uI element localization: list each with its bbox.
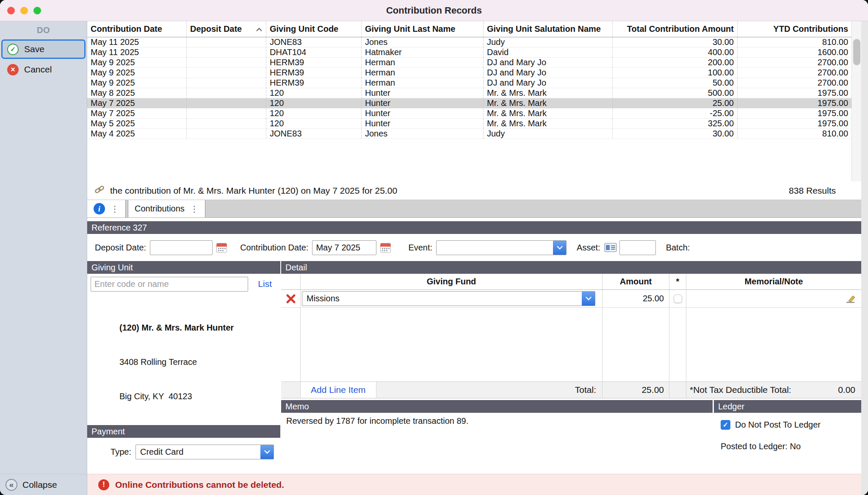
do-sidebar: DO ✓ Save × Cancel « Collapse xyxy=(0,21,87,495)
cell-contribution-date: May 9 2025 xyxy=(87,58,187,67)
add-line-item-link[interactable]: Add Line Item xyxy=(311,385,366,395)
ntd-total-label: *Not Tax Deductible Total: xyxy=(690,385,791,395)
calendar-icon xyxy=(380,242,391,253)
detail-line-items: Missions 25.00 xyxy=(281,290,861,308)
reference-header: Reference 327 xyxy=(87,221,861,234)
column-header-salutation[interactable]: Giving Unit Salutation Name xyxy=(484,21,613,37)
do-not-post-label: Do Not Post To Ledger xyxy=(735,420,821,430)
giving-unit-name: (120) Mr. & Mrs. Mark Hunter xyxy=(119,322,280,334)
cell-salutation: Mr. & Mrs. Mark xyxy=(484,119,613,128)
chevron-down-icon xyxy=(264,450,270,454)
minimize-button[interactable] xyxy=(20,7,28,14)
cell-last-name: Hunter xyxy=(362,119,484,128)
batch-label: Batch: xyxy=(666,243,690,253)
column-header-contribution-date[interactable]: Contribution Date xyxy=(87,21,187,37)
memorial-note-field[interactable] xyxy=(686,290,861,307)
asset-label: Asset: xyxy=(577,243,600,253)
contribution-date-calendar-button[interactable] xyxy=(379,242,391,253)
cell-contribution-date: May 11 2025 xyxy=(87,37,187,47)
detail-total-label: Total: xyxy=(575,385,602,395)
column-header-giving-unit-code[interactable]: Giving Unit Code xyxy=(266,21,362,37)
zoom-button[interactable] xyxy=(33,7,41,14)
memo-field[interactable]: Reversed by 1787 for incomplete transact… xyxy=(281,413,713,474)
cell-total-amount: 25.00 xyxy=(613,98,738,108)
tab-contributions[interactable]: Contributions ⋮ xyxy=(128,200,205,217)
giving-fund-dropdown-button[interactable] xyxy=(582,292,595,306)
column-header-total-amount[interactable]: Total Contribution Amount xyxy=(613,21,738,37)
memorial-note-icon[interactable] xyxy=(845,294,857,303)
cell-last-name: Hunter xyxy=(362,98,484,108)
cell-contribution-date: May 7 2025 xyxy=(87,98,187,108)
giving-unit-address-line2: Big City, KY 40123 xyxy=(119,391,280,402)
table-row[interactable]: May 9 2025 HERM39 Herman DJ and Mary Jo … xyxy=(87,68,851,78)
kebab-icon: ⋮ xyxy=(190,204,199,214)
collapse-icon: « xyxy=(6,479,17,491)
save-button[interactable]: ✓ Save xyxy=(1,39,86,59)
cell-ytd: 1975.00 xyxy=(738,98,851,108)
deposit-date-input[interactable] xyxy=(150,240,213,255)
giving-unit-search-input[interactable] xyxy=(91,277,248,292)
giving-fund-select[interactable]: Missions xyxy=(302,291,595,306)
delete-line-item-button[interactable] xyxy=(286,294,296,304)
collapse-button[interactable]: « Collapse xyxy=(0,474,87,495)
column-header-last-name[interactable]: Giving Unit Last Name xyxy=(362,21,484,37)
cell-deposit-date xyxy=(187,98,266,108)
table-row[interactable]: May 7 2025 120 Hunter Mr. & Mrs. Mark 25… xyxy=(87,98,851,108)
table-row[interactable]: May 7 2025 120 Hunter Mr. & Mrs. Mark -2… xyxy=(87,108,851,119)
not-tax-deductible-checkbox[interactable] xyxy=(674,295,682,303)
event-select[interactable] xyxy=(436,240,567,255)
cell-salutation: Mr. & Mrs. Mark xyxy=(484,88,613,98)
cell-ytd: 1975.00 xyxy=(738,119,851,128)
table-scrollbar[interactable] xyxy=(851,21,861,181)
cell-deposit-date xyxy=(187,37,266,47)
cell-total-amount: 100.00 xyxy=(613,68,738,78)
cell-last-name: Hatmaker xyxy=(362,47,484,57)
status-text: the contribution of Mr. & Mrs. Mark Hunt… xyxy=(110,186,397,196)
alert-text: Online Contributions cannot be deleted. xyxy=(115,480,284,490)
column-header-deposit-date[interactable]: Deposit Date xyxy=(187,21,266,37)
event-dropdown-button[interactable] xyxy=(553,241,566,255)
collapse-label: Collapse xyxy=(22,480,57,490)
calendar-icon xyxy=(216,242,227,253)
detail-column-delete xyxy=(281,274,301,289)
cell-contribution-date: May 11 2025 xyxy=(87,47,187,57)
info-button[interactable]: i ⋮ xyxy=(87,200,126,217)
payment-type-dropdown-button[interactable] xyxy=(260,445,274,459)
table-row[interactable]: May 9 2025 HERM39 Herman DJ and Mary Jo … xyxy=(87,78,851,88)
table-row[interactable]: May 11 2025 DHAT104 Hatmaker David 400.0… xyxy=(87,47,851,58)
cell-last-name: Herman xyxy=(362,58,484,67)
line-item-amount-field[interactable]: 25.00 xyxy=(603,290,669,307)
close-button[interactable] xyxy=(7,7,15,14)
cell-salutation: DJ and Mary Jo xyxy=(484,68,613,78)
traffic-lights xyxy=(7,7,41,14)
table-row[interactable]: May 4 2025 JONE83 Jones Judy 30.00 810.0… xyxy=(87,129,851,139)
table-scrollbar-thumb[interactable] xyxy=(853,39,860,65)
alert-bar: ! Online Contributions cannot be deleted… xyxy=(87,474,861,495)
table-row[interactable]: May 9 2025 HERM39 Herman DJ and Mary Jo … xyxy=(87,58,851,68)
table-row[interactable]: May 11 2025 JONE83 Jones Judy 30.00 810.… xyxy=(87,37,851,47)
cell-total-amount: 30.00 xyxy=(613,37,738,47)
giving-unit-list-link[interactable]: List xyxy=(258,279,272,289)
detail-column-ntd: * xyxy=(669,274,686,289)
window-title: Contribution Records xyxy=(0,5,868,16)
cell-last-name: Herman xyxy=(362,78,484,88)
asset-lookup-button[interactable] xyxy=(604,242,617,253)
payment-type-select[interactable]: Credit Card xyxy=(135,445,274,459)
table-row[interactable]: May 5 2025 120 Hunter Mr. & Mrs. Mark 32… xyxy=(87,119,851,129)
cell-deposit-date xyxy=(187,88,266,98)
chevron-down-icon xyxy=(557,246,563,250)
asset-input[interactable] xyxy=(619,240,656,255)
cell-giving-unit-code: JONE83 xyxy=(266,37,362,47)
cell-salutation: Mr. & Mrs. Mark xyxy=(484,98,613,108)
table-row[interactable]: May 8 2025 120 Hunter Mr. & Mrs. Mark 50… xyxy=(87,88,851,98)
giving-unit-address-line1: 3408 Rolling Terrace xyxy=(119,356,280,368)
deposit-date-calendar-button[interactable] xyxy=(216,242,227,253)
do-not-post-checkbox[interactable]: ✓ xyxy=(721,420,730,430)
cancel-button[interactable]: × Cancel xyxy=(1,60,86,79)
cell-ytd: 810.00 xyxy=(738,37,851,47)
contribution-date-input[interactable] xyxy=(312,240,376,255)
cell-last-name: Jones xyxy=(362,129,484,139)
column-header-ytd[interactable]: YTD Contributions xyxy=(738,21,851,37)
event-label: Event: xyxy=(408,243,432,253)
cell-last-name: Hunter xyxy=(362,108,484,118)
